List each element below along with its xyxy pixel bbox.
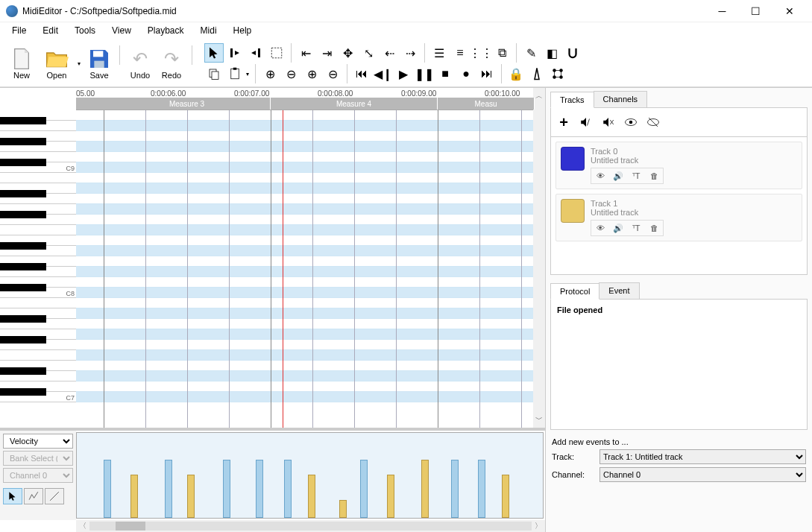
velocity-selector[interactable]: Velocity	[3, 434, 73, 449]
scroll-down-icon[interactable]: ﹀	[535, 414, 543, 425]
playhead[interactable]	[283, 110, 283, 428]
select-left-tool[interactable]	[225, 43, 245, 63]
save-button[interactable]: Save	[85, 45, 113, 81]
track-select[interactable]: Track 1: Untitled track	[599, 449, 806, 464]
right-panel: Tracks Channels + Track 0 Untitled track…	[546, 88, 812, 532]
scroll-right-icon[interactable]: 〉	[535, 521, 542, 531]
vertical-scrollbar[interactable]: ︿ ﹀	[533, 88, 545, 428]
menu-midi[interactable]: Midi	[193, 24, 224, 37]
stop-button[interactable]: ■	[435, 64, 455, 83]
time-ruler[interactable]: Measure 3Measure 4Measu 05.000:00:06.000…	[76, 88, 533, 110]
pointer-mode[interactable]	[3, 488, 22, 504]
horizontal-scrollbar[interactable]: 〈 〉	[76, 520, 545, 532]
zoom-out-v[interactable]: ⊖	[323, 64, 342, 83]
tab-protocol[interactable]: Protocol	[550, 283, 599, 300]
zoom-in-h[interactable]: ⊕	[260, 64, 280, 83]
scroll-up-icon[interactable]: ︿	[535, 91, 543, 101]
redo-button[interactable]: ↷ Redo	[157, 45, 186, 81]
open-button[interactable]: Open	[39, 45, 75, 81]
eraser-tool[interactable]: ◧	[542, 43, 561, 63]
paste-dropdown[interactable]: ▾	[245, 71, 251, 77]
line-mode[interactable]	[24, 488, 43, 504]
play-button[interactable]: ▶	[394, 64, 413, 83]
menu-help[interactable]: Help	[226, 24, 259, 37]
align-left-tool[interactable]: ☰	[429, 43, 449, 63]
svg-rect-2	[271, 48, 282, 58]
audio-icon[interactable]: 🔊	[611, 170, 626, 182]
scroll-right-tool[interactable]: ⇢	[400, 43, 420, 63]
bank-selector[interactable]: Bank Select (	[3, 451, 73, 466]
zoom-in-v[interactable]: ⊕	[302, 64, 321, 83]
visibility-icon[interactable]: 👁	[593, 222, 608, 234]
select-box-tool[interactable]	[267, 43, 286, 63]
audio-icon[interactable]: 🔊	[611, 222, 626, 234]
record-button[interactable]: ●	[456, 64, 476, 83]
equalize-tool[interactable]: ≡	[450, 43, 470, 63]
undo-button[interactable]: ↶ Undo	[126, 45, 154, 81]
hide-all-button[interactable]	[643, 113, 663, 132]
show-all-button[interactable]	[621, 113, 641, 132]
velocity-graph[interactable]	[76, 432, 544, 519]
zoom-out-h[interactable]: ⊖	[281, 64, 300, 83]
snap-tool[interactable]	[563, 43, 582, 63]
magnet-tool[interactable]: ⧉	[492, 43, 512, 63]
track-item-0[interactable]: Track 0 Untitled track 👁 🔊 ᵀT 🗑	[556, 142, 802, 189]
free-mode[interactable]	[45, 488, 64, 504]
piano-keyboard[interactable]: C9C8C7	[0, 88, 76, 428]
rename-icon[interactable]: ᵀT	[629, 222, 643, 234]
visibility-icon[interactable]: 👁	[593, 170, 608, 182]
move-right-tool[interactable]: ⇥	[317, 43, 336, 63]
move-left-tool[interactable]: ⇤	[296, 43, 315, 63]
pencil-tool[interactable]: ✎	[521, 43, 541, 63]
channel-select[interactable]: Channel 0	[599, 467, 806, 482]
menu-playback[interactable]: Playback	[140, 24, 192, 37]
track-item-1[interactable]: Track 1 Untitled track 👁 🔊 ᵀT 🗑	[556, 194, 802, 241]
menu-edit[interactable]: Edit	[35, 24, 66, 37]
size-tool[interactable]: ⤡	[359, 43, 378, 63]
hscroll-thumb[interactable]	[116, 522, 145, 531]
unmute-all-button[interactable]	[599, 113, 618, 132]
quantize-tool[interactable]: ⋮⋮	[471, 43, 491, 63]
channel-selector[interactable]: Channel 0	[3, 468, 73, 483]
menu-view[interactable]: View	[104, 24, 139, 37]
window-title: MidiEditor - C:/Softpedia/Softpedia.mid	[22, 6, 705, 16]
tab-event[interactable]: Event	[599, 282, 639, 299]
move-all-tool[interactable]: ✥	[338, 43, 357, 63]
minimize-button[interactable]: ─	[705, 0, 739, 22]
goto-start[interactable]: ⏮	[352, 64, 371, 83]
connect-button[interactable]	[548, 64, 567, 83]
menu-file[interactable]: File	[4, 24, 34, 37]
select-right-tool[interactable]	[246, 43, 265, 63]
scroll-left-tool[interactable]: ⇠	[380, 43, 399, 63]
new-label: New	[13, 71, 30, 80]
pause-button[interactable]: ❚❚	[415, 64, 434, 83]
svg-rect-6	[233, 68, 237, 70]
goto-end[interactable]: ⏭	[477, 64, 497, 83]
tab-tracks[interactable]: Tracks	[550, 92, 594, 108]
new-button[interactable]: New	[7, 45, 36, 81]
paste-button[interactable]	[225, 64, 245, 83]
menu-tools[interactable]: Tools	[67, 24, 103, 37]
track-color-swatch	[561, 147, 585, 171]
svg-rect-0	[93, 51, 103, 57]
step-back[interactable]: ◀❙	[373, 64, 392, 83]
folder-open-icon	[45, 47, 69, 71]
metronome-button[interactable]	[527, 64, 547, 83]
close-button[interactable]: ✕	[772, 0, 806, 22]
note-grid[interactable]	[76, 110, 533, 428]
copy-button[interactable]	[204, 64, 224, 83]
rename-icon[interactable]: ᵀT	[629, 170, 643, 182]
lock-button[interactable]: 🔒	[506, 64, 526, 83]
tab-channels[interactable]: Channels	[594, 91, 647, 107]
maximize-button[interactable]: ☐	[739, 0, 772, 22]
track-subtitle: Untitled track	[591, 208, 797, 217]
scroll-left-icon[interactable]: 〈	[79, 521, 86, 531]
track-color-swatch	[561, 199, 585, 223]
menubar: File Edit Tools View Playback Midi Help	[0, 22, 812, 39]
open-dropdown[interactable]: ▾	[76, 60, 82, 67]
mute-all-button[interactable]	[576, 113, 596, 132]
delete-icon[interactable]: 🗑	[646, 222, 661, 234]
delete-icon[interactable]: 🗑	[646, 170, 661, 182]
add-track-button[interactable]: +	[554, 113, 573, 132]
select-tool[interactable]	[204, 43, 224, 63]
